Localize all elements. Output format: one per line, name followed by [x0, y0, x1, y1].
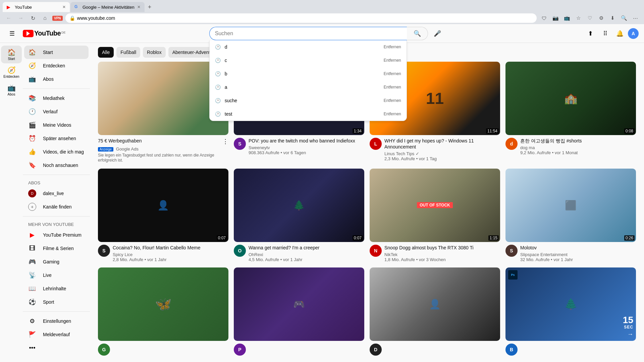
explore-nav[interactable]: 🧭 Entdecken [1, 63, 22, 81]
sidebar-item-live[interactable]: 📡 Live [24, 268, 89, 282]
remove-a[interactable]: Entfernen [384, 85, 401, 89]
sidebar-item-start[interactable]: 🏠 Start [24, 46, 89, 59]
youtube-logo[interactable]: YouTube DE [23, 29, 66, 37]
sidebar-item-mediathek[interactable]: 📚 Mediathek [24, 92, 89, 105]
remove-d[interactable]: Entfernen [384, 45, 401, 49]
dropdown-item-a[interactable]: 🕐 a Entfernen [210, 80, 407, 94]
address-bar[interactable]: 🔒 [65, 13, 537, 23]
entdecken-icon: 🧭 [28, 62, 36, 69]
filter-roblox[interactable]: Roblox [143, 47, 166, 58]
bookmark-btn[interactable]: ☆ [574, 13, 583, 23]
dropdown-text-d: d [225, 44, 227, 50]
video-thumb-4: 🏫 0:08 [505, 62, 636, 135]
sidebar-item-abos[interactable]: 📺 Abos [24, 72, 89, 86]
apps-button[interactable]: ⠿ [598, 27, 612, 40]
filter-alle[interactable]: Alle [98, 47, 114, 58]
dropdown-item-b[interactable]: 🕐 b Entfernen [210, 67, 407, 80]
home-button[interactable]: ⌂ [40, 13, 50, 23]
video-card-12[interactable]: Ps 15 SEC → 🌲 B [505, 267, 636, 356]
noch-label: Noch anschauen [43, 163, 78, 168]
google-tab-close[interactable]: ✕ [137, 5, 141, 9]
channel-name-2: Sweeneytv [249, 145, 364, 150]
settings-btn[interactable]: ⚙ [596, 13, 606, 23]
video-card-8[interactable]: ⬛ 0:26 S Molotov Slipspace Entertainment… [505, 169, 636, 262]
thumb-icon-10: 🎮 [293, 299, 305, 310]
ps-icon: Ps [508, 270, 518, 280]
star-btn[interactable]: ♡ [585, 13, 594, 23]
video-meta-1: 75 € Werbeguthaben ⋮ Anzeige Google Ads … [98, 135, 228, 163]
remove-test[interactable]: Entfernen [384, 112, 401, 116]
home-nav[interactable]: 🏠 Start [1, 46, 22, 63]
sidebar-item-premium[interactable]: ▶ YouTube Premium [24, 228, 89, 242]
sidebar-item-dalex[interactable]: D dalex_live [24, 187, 89, 200]
download-btn[interactable]: ⬇ [608, 13, 617, 23]
liked-label: Videos, die ich mag [43, 149, 84, 155]
remove-suche[interactable]: Entfernen [384, 98, 401, 103]
remove-c[interactable]: Entfernen [384, 58, 401, 63]
sidebar-item-sport[interactable]: ⚽ Sport [24, 295, 89, 309]
video-card-11[interactable]: 👤 D [370, 267, 500, 356]
video-card-5[interactable]: 👤 0:07 S Cocaina? No, Flour! Martin Cabe… [98, 169, 228, 262]
sidebar-item-einstellungen[interactable]: ⚙ Einstellungen [24, 314, 89, 328]
youtube-tab-close[interactable]: ✕ [62, 5, 66, 9]
sidebar-item-meine-videos[interactable]: 🎬 Meine Videos [24, 118, 89, 132]
forward-button[interactable]: → [16, 13, 25, 23]
video-info-1: 75 € Werbeguthaben ⋮ Anzeige Google Ads … [98, 138, 228, 163]
video-info-2: POV: you are the twitch mod who banned I… [249, 138, 364, 155]
reload-button[interactable]: ↻ [28, 13, 38, 23]
search-input[interactable] [209, 27, 407, 40]
sidebar-item-filme[interactable]: 🎞 Filme & Serien [24, 242, 89, 255]
address-input[interactable] [77, 15, 533, 21]
menu-button[interactable]: ☰ [5, 27, 19, 40]
sidebar-item-entdecken[interactable]: 🧭 Entdecken [24, 59, 89, 72]
more-btn[interactable]: ⋯ [631, 13, 640, 23]
back-button[interactable]: ← [4, 13, 13, 23]
dropdown-item-suche[interactable]: 🕐 suche Entfernen [210, 94, 407, 107]
sidebar-item-noch-anschauen[interactable]: 🔖 Noch anschauen [24, 159, 89, 172]
upload-button[interactable]: ⬆ [584, 27, 597, 40]
search-button[interactable]: 🔍 [407, 27, 428, 40]
notifications-button[interactable]: 🔔 [613, 27, 627, 40]
subscriptions-nav[interactable]: 📺 Abos [1, 81, 22, 99]
voice-search-button[interactable]: 🎤 [431, 27, 444, 40]
sidebar-item-melden[interactable]: 🚩 Meldeverlauf [24, 328, 89, 341]
new-tab-button[interactable]: + [145, 4, 154, 11]
remove-b[interactable]: Entfernen [384, 71, 401, 76]
vpn-badge: VPN [52, 16, 63, 21]
video-card-4[interactable]: 🏫 0:08 d 흔한 여고생들의 빵집 #shorts dog ma 9,2 … [505, 62, 636, 163]
video-menu-1[interactable]: ⋮ [222, 138, 228, 145]
video-meta-6: O Wanna get married? I'm a creeper OhRex… [234, 242, 364, 262]
search-container: 🕐 d Entfernen 🕐 c Entfernen [209, 27, 444, 40]
user-avatar[interactable]: A [628, 28, 639, 39]
sidebar-item-more[interactable]: ••• [24, 341, 89, 355]
youtube-tab[interactable]: ▶ YouTube ✕ [3, 2, 70, 12]
sidebar-item-lehrinhalte[interactable]: 📖 Lehrinhalte [24, 282, 89, 295]
sidebar-item-kanaele[interactable]: + Kanäle finden [24, 200, 89, 214]
video-stats-6: 4,5 Mio. Aufrufe • vor 1 Jahr [249, 257, 364, 262]
premium-icon: ▶ [28, 231, 36, 239]
sidebar-item-liked[interactable]: 👍 Videos, die ich mag [24, 145, 89, 159]
sidebar-item-verlauf[interactable]: 🕐 Verlauf [24, 105, 89, 118]
filter-fussball[interactable]: Fußball [116, 47, 140, 58]
video-info-5: Cocaina? No, Flour! Martin Cabello Meme … [113, 245, 228, 262]
live-label: Live [43, 273, 52, 278]
sidebar-item-spaeter[interactable]: ⏰ Später ansehen [24, 132, 89, 145]
video-duration-4: 0:08 [624, 128, 635, 134]
dropdown-item-d[interactable]: 🕐 d Entfernen [210, 40, 407, 54]
search-icon-btn[interactable]: 🔍 [619, 13, 629, 23]
video-card-7[interactable]: OUT OF STOCK 1:15 N Snoop Dogg almost bu… [370, 169, 500, 262]
sidebar-item-gaming[interactable]: 🎮 Gaming [24, 255, 89, 268]
lehrinhalte-icon: 📖 [28, 285, 36, 292]
camera-btn[interactable]: 📷 [551, 13, 560, 23]
google-tab[interactable]: G Google – Meine Aktivitäten ✕ [70, 2, 145, 12]
video-card-1[interactable]: ⤢ 75 € Werbeguthaben ⋮ Anzeige Google Ad… [98, 62, 228, 163]
screen-btn[interactable]: 📺 [562, 13, 572, 23]
dropdown-item-test[interactable]: 🕐 test Entfernen [210, 107, 407, 121]
video-thumb-11: 👤 [370, 267, 500, 341]
video-card-6[interactable]: 🌲 0:07 O Wanna get married? I'm a creepe… [234, 169, 364, 262]
dropdown-item-c[interactable]: 🕐 c Entfernen [210, 54, 407, 67]
video-card-9[interactable]: 🦋 G [98, 267, 228, 356]
video-duration-3: 11:54 [486, 128, 499, 134]
extension-btn[interactable]: 🛡 [539, 13, 549, 23]
video-card-10[interactable]: 🎮 P [234, 267, 364, 356]
